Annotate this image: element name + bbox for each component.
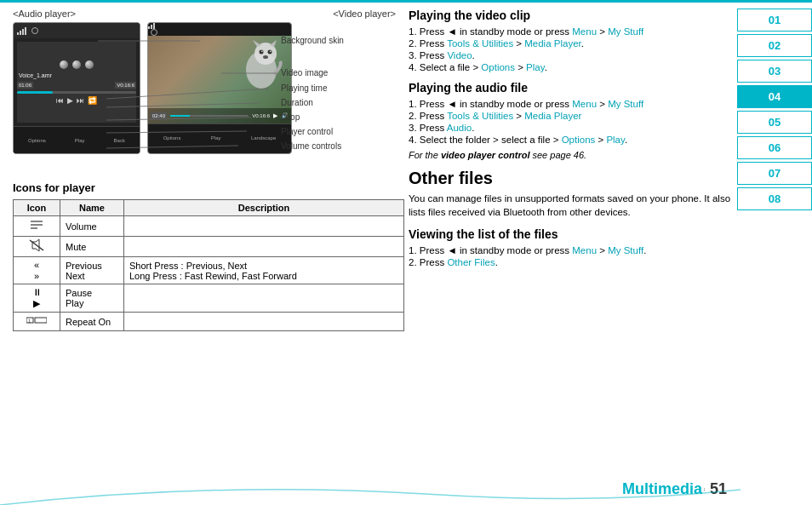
rewind-btn[interactable]: ⏮: [56, 96, 64, 105]
audio-visualizer: [60, 60, 94, 69]
tab-07[interactable]: 07: [737, 162, 812, 185]
video-play-btn[interactable]: ▶: [273, 112, 277, 119]
prev-icon: «: [34, 260, 39, 270]
video-progress: [170, 115, 249, 117]
video-total: V0:16:6: [252, 113, 270, 118]
table-row: « » PreviousNext Short Press : Previous,…: [14, 257, 404, 284]
multimedia-label: Multimedia: [622, 480, 702, 498]
video-step-4: 4. Select a file > Options > Play.: [409, 62, 731, 72]
pause-play-desc-cell: [124, 284, 404, 313]
audio-dot-2: [72, 60, 81, 69]
bottom-bar: Multimedia | 51: [0, 473, 812, 505]
menu-link-3[interactable]: Menu: [572, 245, 597, 255]
tab-02[interactable]: 02: [737, 34, 812, 57]
video-link[interactable]: Video: [447, 50, 472, 60]
video-signal-bars: [148, 23, 291, 29]
play-link-1[interactable]: Play: [526, 62, 545, 72]
video-phone-mockup: 02:40 V0:16:6 ▶ 🔊 Options Play Landsca: [147, 22, 292, 154]
tools-link-1[interactable]: Tools & Utilities: [447, 38, 513, 49]
ann-loop: Loop: [281, 112, 300, 122]
tools-link-2[interactable]: Tools & Utilities: [447, 111, 513, 121]
audio-link[interactable]: Audio: [447, 123, 472, 133]
icons-table: Icon Name Description Volume: [13, 199, 404, 331]
next-icon: »: [34, 271, 39, 281]
mute-name-cell: Mute: [60, 237, 124, 257]
options-link-1[interactable]: Options: [481, 62, 515, 72]
mediaplayer-link-2[interactable]: Media Player: [524, 111, 581, 121]
right-panel: Playing the video clip 1. Press ◄ in sta…: [409, 9, 731, 471]
italic-note: For the video player control see page 46…: [409, 150, 731, 160]
v-signal-bar-2: [151, 25, 152, 29]
tab-04[interactable]: 04: [737, 85, 812, 108]
repeat-icon-cell: 1: [14, 313, 60, 331]
viewing-steps: 1. Press ◄ in standby mode or press Menu…: [409, 245, 731, 267]
name-col-header: Name: [60, 200, 124, 216]
video-step-2: 2. Press Tools & Utilities > Media Playe…: [409, 38, 731, 49]
video-screen: 02:40 V0:16:6 ▶ 🔊: [148, 36, 291, 123]
audio-phone-screen: Voice_1.amr 01:06 V0:16:6 ⏮ ▶ ⏭: [14, 38, 140, 126]
options-link-2[interactable]: Options: [562, 135, 596, 145]
audio-section-title: Playing the audio file: [409, 81, 731, 95]
video-step-3: 3. Press Video.: [409, 50, 731, 60]
back-btn[interactable]: Back: [114, 138, 125, 143]
repeat-desc-cell: [124, 313, 404, 331]
table-row: 1 Repeat On: [14, 313, 404, 331]
play-btn[interactable]: ▶: [67, 96, 73, 105]
prev-next-desc-cell: Short Press : Previous, NextLong Press :…: [124, 257, 404, 284]
signal-bar-4: [25, 27, 26, 35]
tab-05[interactable]: 05: [737, 111, 812, 134]
table-row: Volume: [14, 216, 404, 237]
ann-duration: Duration: [281, 98, 313, 107]
repeat-btn[interactable]: 🔁: [88, 96, 97, 105]
menu-link-2[interactable]: Menu: [572, 99, 597, 109]
tab-06[interactable]: 06: [737, 136, 812, 159]
desc-col-header: Description: [124, 200, 404, 216]
video-phone-buttons: Options Play Landscape: [148, 123, 291, 151]
v-play-btn[interactable]: Play: [211, 135, 221, 141]
svg-point-6: [261, 50, 263, 52]
mystuff-link-2[interactable]: My Stuff: [608, 99, 643, 109]
tab-01[interactable]: 01: [737, 9, 812, 32]
mystuff-link-1[interactable]: My Stuff: [608, 26, 643, 37]
viewing-step-2: 2. Press Other Files.: [409, 257, 731, 267]
mystuff-link-3[interactable]: My Stuff: [608, 245, 643, 255]
total-duration: V0:16:6: [115, 82, 136, 89]
options-btn[interactable]: Options: [28, 138, 46, 143]
dog-silhouette: [236, 40, 283, 95]
mute-desc-cell: [124, 237, 404, 257]
audio-step-2: 2. Press Tools & Utilities > Media Playe…: [409, 111, 731, 121]
mute-icon: [29, 239, 44, 251]
other-files-title: Other files: [409, 169, 731, 188]
ann-player-control: Player control: [281, 127, 333, 136]
audio-screen-top: [14, 23, 140, 38]
menu-link-1[interactable]: Menu: [572, 26, 597, 37]
tab-03[interactable]: 03: [737, 60, 812, 83]
video-steps: 1. Press ◄ in standby mode or press Menu…: [409, 26, 731, 72]
audio-phone-mockup: Voice_1.amr 01:06 V0:16:6 ⏮ ▶ ⏭: [13, 22, 140, 154]
icon-col-header: Icon: [14, 200, 60, 216]
video-progress-fill: [170, 115, 190, 117]
v-landscape-btn[interactable]: Landscape: [251, 135, 276, 141]
otherfiles-link[interactable]: Other Files: [447, 257, 495, 267]
mediaplayer-link-1[interactable]: Media Player: [524, 38, 580, 49]
audio-dot-3: [85, 60, 94, 69]
audio-step-1: 1. Press ◄ in standby mode or press Menu…: [409, 99, 731, 109]
ffwd-btn[interactable]: ⏭: [77, 96, 84, 105]
vol-name-cell: Volume: [60, 216, 124, 237]
tab-08[interactable]: 08: [737, 187, 812, 210]
signal-bars: [17, 27, 26, 35]
video-player-label: <Video player>: [333, 9, 396, 19]
svg-point-8: [263, 55, 268, 59]
time-display: 01:06 V0:16:6: [17, 82, 136, 89]
play-label-btn[interactable]: Play: [75, 138, 85, 143]
pause-play-icon-cell: ⏸ ▶: [14, 284, 60, 313]
v-battery-icon: [151, 29, 157, 36]
ann-video-image: Video image: [281, 68, 328, 77]
current-time: 01:06: [17, 82, 33, 89]
v-signal-bar-1: [148, 26, 150, 29]
video-screen-top: [148, 23, 291, 36]
v-signal-bar-3: [153, 23, 155, 29]
other-files-description: You can manage files in unsupported form…: [409, 192, 731, 219]
v-options-btn[interactable]: Options: [163, 135, 181, 141]
play-link-2[interactable]: Play: [606, 135, 625, 145]
